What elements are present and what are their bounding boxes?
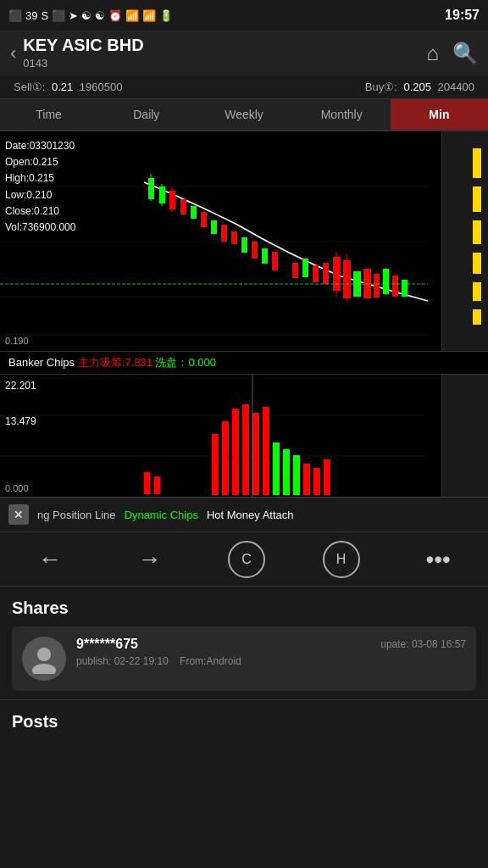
search-icon[interactable]: 🔍	[452, 42, 478, 65]
share-platform: From:Android	[180, 655, 241, 667]
banker-chips-title: Banker Chips	[8, 356, 75, 369]
volume-right-scale	[441, 375, 488, 497]
toolbar-position-line[interactable]: ng Position Line	[37, 509, 116, 521]
volume-chart[interactable]: 22.201 13.479 0.000	[0, 375, 488, 498]
svg-rect-31	[383, 269, 389, 294]
ohlcv-close: Close:0.210	[5, 203, 75, 220]
share-card[interactable]: 9******675 upate: 03-08 16:57 publish: 0…	[12, 626, 476, 691]
nav-bar: ← → C H •••	[0, 532, 488, 587]
back-arrow-icon: ←	[38, 546, 62, 572]
svg-rect-11	[191, 206, 197, 219]
ohlcv-high: High:0.215	[5, 170, 75, 186]
signal-icon: 📶	[142, 9, 156, 22]
header: ‹ KEY ASIC BHD 0143 ⌂ 🔍	[0, 31, 488, 75]
svg-rect-19	[272, 252, 278, 270]
svg-rect-38	[154, 476, 160, 494]
shares-section: Shares 9******675 upate: 03-08 16:57 pub…	[0, 587, 488, 700]
avatar	[22, 637, 66, 681]
nav-forward-button[interactable]: →	[128, 546, 170, 573]
svg-rect-32	[392, 275, 398, 297]
tab-min[interactable]: Min	[391, 99, 488, 130]
svg-rect-33	[402, 280, 408, 297]
buy-section: Buy①: 0.205 204400	[365, 81, 474, 93]
vol-top-value: 22.201	[5, 380, 36, 392]
tab-time[interactable]: Time	[0, 99, 97, 130]
svg-rect-49	[313, 468, 320, 495]
ohlcv-overlay: Date:03301230 Open:0.215 High:0.215 Low:…	[5, 138, 75, 236]
nav-back-button[interactable]: ←	[29, 546, 71, 573]
svg-rect-16	[241, 237, 247, 253]
tabs: Time Daily Weekly Monthly Min	[0, 99, 488, 131]
buy-label: Buy①:	[365, 81, 397, 93]
status-icons: ⬛ 39 S ⬛ ➤ ☯ ☯ ⏰ 📶 📶 🔋	[8, 9, 173, 22]
svg-rect-37	[144, 472, 150, 494]
share-meta: publish: 02-22 19:10 From:Android	[76, 655, 466, 667]
svg-rect-13	[211, 220, 217, 234]
sell-volume: 1960500	[80, 81, 123, 93]
ohlcv-vol: Vol:736900.000	[5, 220, 75, 236]
svg-rect-41	[232, 409, 239, 495]
chart-right-scale	[441, 131, 488, 351]
svg-rect-21	[302, 259, 308, 277]
svg-rect-40	[222, 421, 229, 495]
more-icon: •••	[425, 546, 450, 572]
send-icon: ➤	[69, 9, 78, 22]
tab-daily[interactable]: Daily	[97, 99, 195, 130]
nav-c-button[interactable]: C	[228, 541, 265, 578]
svg-rect-43	[252, 413, 259, 495]
app-badge: 39	[25, 9, 37, 22]
toolbar-close-button[interactable]: ✕	[8, 504, 29, 525]
svg-rect-48	[303, 464, 310, 495]
volume-labels: 22.201 13.479	[5, 380, 36, 427]
toolbar-hot-money[interactable]: Hot Money Attach	[207, 509, 294, 521]
tab-weekly[interactable]: Weekly	[195, 99, 292, 130]
bottom-toolbar: ✕ ng Position Line Dynamic Chips Hot Mon…	[0, 498, 488, 532]
svg-rect-44	[263, 407, 269, 495]
vol-bottom-label: 0.000	[5, 483, 29, 493]
svg-rect-50	[324, 459, 330, 495]
avatar-icon	[29, 643, 59, 674]
forward-arrow-icon: →	[137, 546, 161, 572]
toolbar-dynamic-chips[interactable]: Dynamic Chips	[125, 509, 198, 521]
back-button[interactable]: ‹	[10, 42, 16, 64]
stock-name: KEY ASIC BHD	[23, 36, 143, 55]
nav-h-button[interactable]: H	[323, 541, 360, 578]
buy-volume: 204400	[438, 81, 474, 93]
buy-price: 0.205	[403, 81, 431, 93]
stock-code: 0143	[23, 57, 47, 70]
wechat-icon: ☯	[81, 9, 92, 22]
header-icons: ⌂ 🔍	[427, 42, 479, 65]
svg-rect-18	[262, 248, 268, 264]
alarm-icon: ⏰	[108, 9, 122, 22]
status-bar: ⬛ 39 S ⬛ ➤ ☯ ☯ ⏰ 📶 📶 🔋 19:57	[0, 0, 488, 31]
posts-section: Posts	[0, 700, 488, 740]
nav-more-button[interactable]: •••	[417, 546, 459, 573]
shares-title: Shares	[12, 598, 476, 618]
main-chart[interactable]: Date:03301230 Open:0.215 High:0.215 Low:…	[0, 131, 488, 352]
ohlcv-date: Date:03301230	[5, 138, 75, 154]
svg-rect-15	[231, 231, 237, 244]
volume-svg	[0, 375, 428, 498]
svg-rect-14	[221, 225, 227, 242]
vol-mid-value: 13.479	[5, 415, 36, 427]
close-icon: ✕	[14, 508, 24, 521]
svg-rect-42	[242, 404, 249, 495]
posts-title: Posts	[12, 712, 476, 732]
ohlcv-open: Open:0.215	[5, 154, 75, 170]
sell-label: Sell①:	[14, 81, 45, 93]
svg-rect-30	[374, 274, 380, 298]
svg-rect-20	[292, 263, 298, 278]
tab-monthly[interactable]: Monthly	[293, 99, 391, 130]
svg-point-53	[32, 664, 56, 674]
wifi-icon: 📶	[125, 9, 139, 22]
svg-rect-10	[180, 199, 186, 214]
banker-chips-values: 洗盘：0.000	[155, 356, 216, 369]
svg-point-52	[37, 648, 51, 661]
home-icon[interactable]: ⌂	[427, 42, 440, 65]
share-publish-time: publish: 02-22 19:10	[76, 655, 169, 667]
banker-chips-label: Banker Chips 主力吸筹:7.831 洗盘：0.000	[0, 352, 488, 375]
svg-rect-12	[201, 212, 207, 227]
status-time: 19:57	[445, 8, 480, 23]
sell-section: Sell①: 0.21 1960500	[14, 81, 122, 93]
header-left: ‹ KEY ASIC BHD 0143	[10, 36, 144, 70]
